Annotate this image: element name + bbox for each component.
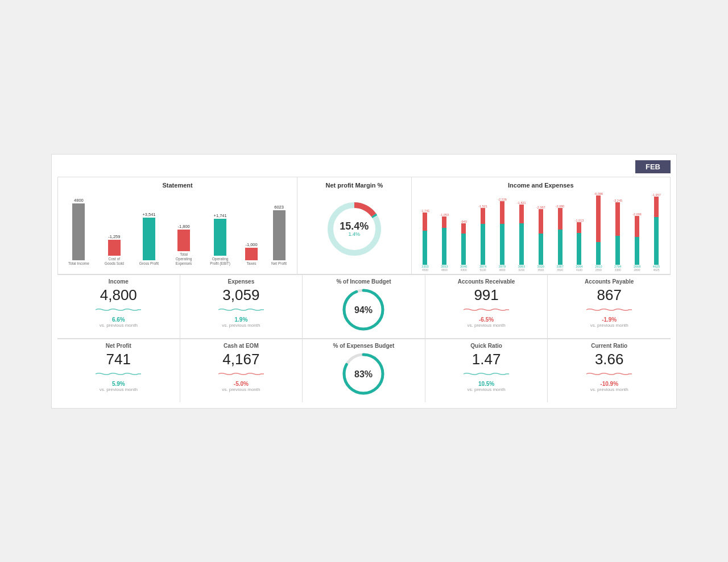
ie-bar-up	[577, 233, 581, 265]
bar-rect	[108, 240, 121, 256]
ie-col: -1,95746254625	[647, 192, 665, 272]
ie-x-label: 4300	[461, 268, 467, 272]
ie-bar-up	[654, 217, 659, 265]
ie-bar-up	[539, 234, 543, 265]
ie-bar-up	[519, 223, 524, 265]
income-expenses-title: Income and Expenses	[414, 182, 668, 189]
metric-value: 741	[62, 351, 175, 368]
gauge-chart: 83%	[341, 351, 386, 397]
bar-label: Cost of Goods Sold	[103, 257, 126, 266]
ie-bar-down	[577, 222, 581, 233]
ie-x-label: 3500	[557, 268, 563, 272]
ie-bar-down	[596, 195, 601, 242]
ie-col: -1,74133034500	[416, 192, 435, 272]
ie-bar-up	[461, 234, 466, 265]
metric-wave	[62, 305, 175, 315]
ie-bar-down	[423, 213, 427, 231]
bar-label: Taxes	[247, 261, 257, 266]
bar-label: Gross Profit	[139, 261, 159, 266]
metric-pct: 5.9%	[62, 381, 175, 387]
ie-x-label: 2550	[595, 268, 602, 272]
statement-bar-group: 6023Net Profit	[271, 192, 287, 266]
metric-vs: vs. previous month	[430, 387, 543, 392]
metric-cell: Income4,800 6.6%vs. previous month	[57, 275, 180, 339]
ie-bar-up	[558, 230, 562, 265]
ie-bar-up	[596, 242, 601, 265]
metric-value: 1.47	[430, 351, 543, 368]
metric-value: 4,167	[185, 351, 298, 368]
metric-pct: -10.9%	[552, 381, 666, 387]
metric-value: 867	[552, 287, 666, 303]
ie-x-label: 5100	[480, 268, 486, 272]
ie-bar-down	[442, 217, 446, 228]
ie-col: -1,01330644100	[570, 192, 589, 272]
ie-x-label: 4100	[576, 268, 582, 272]
metric-cell: Accounts Receivable991 -6.5%vs. previous…	[425, 275, 548, 339]
statement-bar-chart: 4800Total Income-1,259Cost of Goods Sold…	[61, 192, 293, 266]
ie-x-label: 3500	[537, 268, 544, 272]
metric-pct: -5.0%	[185, 381, 298, 387]
ie-bar-up	[423, 231, 427, 265]
svg-text:94%: 94%	[354, 305, 373, 315]
metric-vs: vs. previous month	[62, 387, 175, 392]
donut-sub-pct: 1.4%	[340, 231, 369, 237]
metric-title: Quick Ratio	[430, 343, 543, 349]
metric-vs: vs. previous month	[430, 323, 543, 328]
ie-col: -2,38730203500	[532, 192, 550, 272]
ie-bar-down	[481, 208, 485, 224]
metric-cell: Current Ratio3.66 -10.9%vs. previous mon…	[548, 339, 671, 402]
income-expenses-chart: -1,74133034500-1,05335534800-94030404300…	[414, 192, 668, 272]
bar-rect	[177, 230, 190, 251]
metrics-row-1: Income4,800 6.6%vs. previous monthExpens…	[57, 274, 671, 339]
metric-cell: Quick Ratio1.47 10.5%vs. previous month	[425, 339, 548, 402]
bar-value: -1,800	[177, 224, 189, 229]
bar-value: 4800	[74, 198, 84, 203]
statement-bar-group: +1,741Operating Profit (EBIT)	[209, 192, 231, 266]
statement-bar-group: +3,541Gross Profit	[139, 192, 159, 266]
metric-wave	[552, 305, 666, 315]
metric-pct: -6.5%	[430, 317, 543, 323]
metric-title: Accounts Payable	[552, 278, 666, 285]
ie-bar-down	[635, 216, 639, 237]
ie-bar-down	[539, 209, 543, 234]
metric-title: Expenses	[185, 278, 298, 285]
ie-col: -94030404300	[454, 192, 473, 272]
donut-title: Net profit Margin %	[325, 182, 383, 189]
metric-value: 4,800	[62, 287, 175, 303]
metric-cell: % of Income Budget 94%	[303, 275, 425, 339]
month-badge[interactable]: FEB	[635, 160, 671, 173]
metric-title: Accounts Receivable	[430, 278, 543, 285]
bar-value: 6023	[274, 205, 284, 210]
ie-x-label: 4625	[653, 268, 659, 272]
donut-chart: 15.4% 1.4%	[323, 198, 386, 260]
ie-col: -2,22639794800	[493, 192, 511, 272]
metric-wave	[62, 369, 175, 379]
svg-text:83%: 83%	[354, 369, 373, 379]
ie-bar-up	[635, 237, 639, 265]
ie-x-label: 4800	[441, 268, 448, 272]
metric-cell: Cash at EOM4,167 -5.0%vs. previous month	[180, 339, 303, 402]
ie-bar-down	[500, 201, 504, 224]
charts-row: Statement 4800Total Income-1,259Cost of …	[57, 177, 671, 274]
statement-bar-group: 4800Total Income	[68, 192, 89, 266]
metric-vs: vs. previous month	[185, 387, 298, 392]
bar-label: Operating Profit (EBIT)	[209, 257, 231, 266]
metric-pct: -1.9%	[552, 317, 666, 323]
metric-cell: Accounts Payable867 -1.9%vs. previous mo…	[548, 275, 671, 339]
income-expenses-panel: Income and Expenses -1,74133034500-1,053…	[412, 177, 670, 274]
bar-value: +3,541	[142, 212, 155, 217]
metric-pct: 10.5%	[430, 381, 543, 387]
dashboard: FEB Statement 4800Total Income-1,259Cost…	[51, 154, 677, 409]
metric-cell: Expenses3,059 1.9%vs. previous month	[180, 275, 303, 339]
ie-bar-up	[615, 236, 620, 265]
ie-col: -1,52139745100	[474, 192, 492, 272]
metric-wave	[552, 369, 666, 379]
metric-wave	[185, 305, 298, 315]
bar-label: Total Income	[68, 261, 89, 266]
ie-x-label: 4500	[422, 268, 428, 272]
ie-x-label: 3200	[518, 268, 524, 272]
ie-bar-up	[442, 228, 446, 265]
metrics-row-2: Net Profit741 5.9%vs. previous monthCash…	[57, 339, 671, 402]
metric-title: Income	[62, 278, 175, 285]
metric-title: Net Profit	[62, 343, 175, 349]
